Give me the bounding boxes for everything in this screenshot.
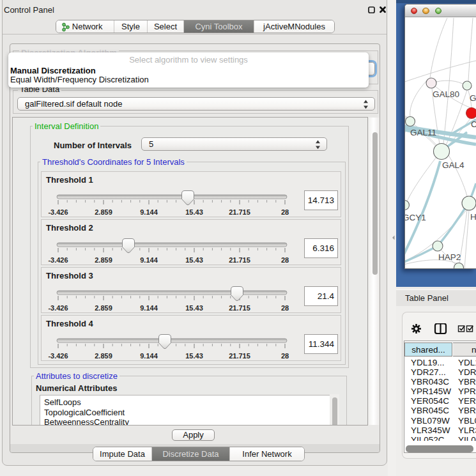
svg-text:28: 28: [281, 208, 289, 216]
svg-text:H: H: [470, 212, 476, 222]
svg-text:21.715: 21.715: [229, 208, 250, 216]
svg-text:28: 28: [281, 256, 289, 264]
svg-text:GAL80: GAL80: [433, 89, 459, 99]
svg-text:28: 28: [281, 352, 289, 360]
svg-text:2.859: 2.859: [95, 304, 112, 312]
svg-text:GAL11: GAL11: [410, 128, 436, 137]
svg-text:21.715: 21.715: [229, 352, 250, 360]
svg-text:2.859: 2.859: [95, 352, 112, 360]
svg-text:GAL4: GAL4: [442, 160, 464, 170]
svg-text:C: C: [471, 119, 476, 129]
svg-text:9.144: 9.144: [140, 352, 158, 360]
svg-text:9.144: 9.144: [140, 208, 158, 216]
svg-text:15.43: 15.43: [185, 304, 203, 312]
svg-text:GA: GA: [470, 93, 476, 103]
svg-text:-3.426: -3.426: [48, 304, 68, 312]
svg-text:GCY1: GCY1: [405, 213, 426, 222]
svg-text:2.859: 2.859: [95, 256, 112, 264]
svg-text:9.144: 9.144: [140, 256, 158, 264]
svg-text:-3.426: -3.426: [48, 256, 68, 264]
svg-text:15.43: 15.43: [185, 208, 203, 216]
svg-text:-3.426: -3.426: [48, 352, 68, 360]
svg-text:28: 28: [281, 304, 289, 312]
svg-text:21.715: 21.715: [229, 304, 250, 312]
svg-text:9.144: 9.144: [140, 304, 158, 312]
svg-text:15.43: 15.43: [185, 256, 203, 264]
svg-text:2.859: 2.859: [95, 208, 112, 216]
svg-text:15.43: 15.43: [185, 352, 203, 360]
svg-text:-3.426: -3.426: [48, 208, 68, 216]
svg-text:21.715: 21.715: [229, 256, 250, 264]
svg-text:HAP2: HAP2: [438, 252, 461, 262]
